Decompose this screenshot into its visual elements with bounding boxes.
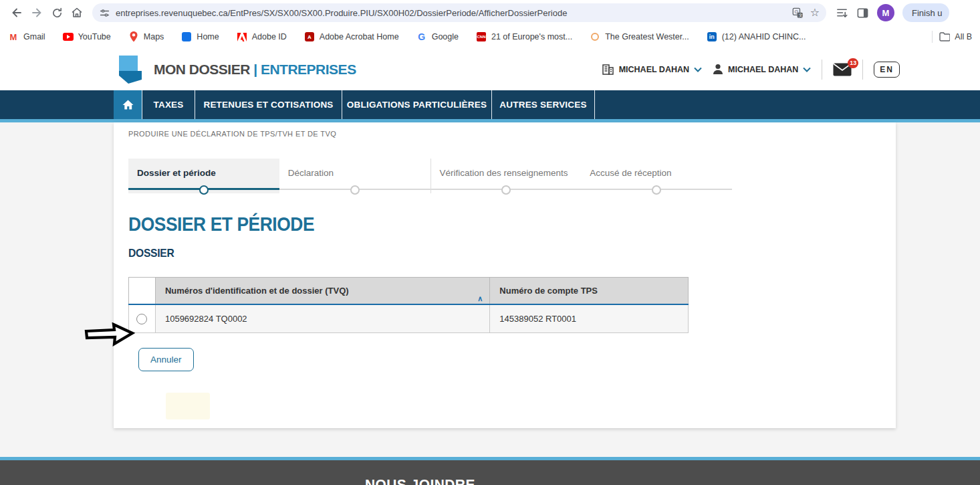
step-verification: Vérification des renseignements: [431, 159, 582, 193]
stepper: Dossier et période Déclaration Vérificat…: [128, 159, 732, 193]
adobe-logo-icon: [237, 31, 247, 42]
cnn-icon: CNN: [476, 31, 487, 42]
step-dossier-et-periode[interactable]: Dossier et période: [128, 159, 279, 193]
forward-icon[interactable]: [27, 3, 47, 23]
select-column-header: [129, 278, 156, 304]
bookmark-google[interactable]: GGoogle: [416, 31, 459, 42]
home-icon[interactable]: [67, 3, 87, 23]
step-accuse-reception: Accusé de réception: [581, 159, 732, 193]
bookmark-youtube[interactable]: YouTube: [63, 31, 111, 42]
main-navigation: TAXES RETENUES ET COTISATIONS OBLIGATION…: [0, 90, 980, 119]
folder-icon: [939, 31, 950, 42]
adobe-home-icon: [181, 31, 192, 42]
user-menu[interactable]: MICHAEL DAHAN: [713, 64, 811, 75]
chevron-down-icon: [694, 67, 702, 72]
profile-avatar[interactable]: M: [877, 4, 894, 21]
chevron-down-icon: [803, 67, 811, 72]
side-panel-icon[interactable]: [856, 7, 869, 19]
content-card: PRODUIRE UNE DÉCLARATION DE TPS/TVH ET D…: [114, 122, 896, 428]
acrobat-icon: A: [304, 31, 315, 42]
nav-item-retenues[interactable]: RETENUES ET COTISATIONS: [195, 90, 342, 119]
nav-item-autres-services[interactable]: AUTRES SERVICES: [491, 90, 595, 119]
bookmark-europe-article[interactable]: CNN21 of Europe's most...: [476, 31, 572, 42]
cell-tvq: 1059692824 TQ0002: [155, 304, 489, 333]
bookmark-linkedin[interactable]: in(12) ANAHID CHINC...: [707, 31, 806, 42]
sort-ascending-icon[interactable]: ∧: [477, 294, 483, 303]
bookmarks-divider: [932, 31, 933, 43]
step-circle: [652, 185, 661, 195]
nav-home-tab[interactable]: [114, 90, 142, 119]
url-text[interactable]: entreprises.revenuquebec.ca/EntPres/SX/S…: [116, 8, 787, 18]
site-logo[interactable]: MON DOSSIER | ENTREPRISES: [114, 56, 356, 84]
footer: NOUS JOINDRE: [0, 460, 980, 485]
footer-title: NOUS JOINDRE: [365, 476, 475, 485]
process-title: PRODUIRE UNE DÉCLARATION DE TPS/TVH ET D…: [128, 122, 896, 138]
table-row: 1059692824 TQ0002 145389052 RT0001: [129, 304, 689, 333]
bookmark-greatest-western[interactable]: The Greatest Wester...: [590, 31, 689, 42]
browser-update-button[interactable]: Finish u: [902, 3, 949, 22]
nav-item-taxes[interactable]: TAXES: [142, 90, 195, 119]
dossier-table: Numéros d'identification et de dossier (…: [128, 277, 689, 333]
browser-toolbar: entreprises.revenuquebec.ca/EntPres/SX/S…: [0, 0, 980, 25]
logo-mark-icon: [114, 56, 144, 84]
google-g-icon: G: [416, 31, 427, 42]
header-divider: [822, 60, 822, 80]
cell-tps: 145389052 RT0001: [490, 304, 689, 333]
person-icon: [713, 64, 723, 75]
step-circle: [501, 185, 511, 195]
header-divider: [862, 60, 863, 80]
bookmarks-bar: MGmail YouTube Maps Home Adobe ID AAdobe…: [0, 25, 980, 48]
address-bar[interactable]: entreprises.revenuquebec.ca/EntPres/SX/S…: [92, 3, 826, 22]
translate-icon[interactable]: G文: [792, 7, 804, 19]
youtube-icon: [63, 31, 74, 42]
step-circle: [350, 185, 360, 195]
logo-text: MON DOSSIER | ENTREPRISES: [154, 62, 356, 78]
maps-pin-icon: [128, 31, 139, 42]
section-title: DOSSIER: [128, 247, 834, 260]
cancel-button[interactable]: Annuler: [138, 348, 194, 371]
column-header-tvq[interactable]: Numéros d'identification et de dossier (…: [155, 278, 489, 304]
ring-icon: [590, 31, 600, 42]
faded-watermark: [166, 393, 210, 419]
back-icon[interactable]: [7, 3, 27, 23]
all-bookmarks-button[interactable]: All B: [939, 31, 972, 42]
bookmark-gmail[interactable]: MGmail: [8, 31, 45, 42]
step-circle: [199, 185, 209, 195]
annotation-arrow-icon: [84, 322, 135, 347]
gmail-icon: M: [8, 31, 19, 42]
page-title: DOSSIER ET PÉRIODE: [128, 213, 804, 235]
site-settings-icon[interactable]: [99, 7, 110, 19]
bookmark-star-icon[interactable]: ☆: [810, 7, 820, 18]
messages-button[interactable]: 13: [833, 63, 852, 76]
company-menu[interactable]: MICHAEL DAHAN: [602, 64, 702, 75]
svg-text:文: 文: [798, 13, 802, 17]
column-header-tps[interactable]: Numéro de compte TPS: [490, 278, 689, 304]
bookmark-maps[interactable]: Maps: [128, 31, 164, 42]
bookmark-adobe-id[interactable]: Adobe ID: [237, 31, 287, 42]
home-icon: [122, 100, 134, 110]
page-background: PRODUIRE UNE DÉCLARATION DE TPS/TVH ET D…: [0, 122, 980, 457]
unread-count-badge: 13: [848, 58, 858, 68]
bookmark-home[interactable]: Home: [181, 31, 219, 42]
linkedin-icon: in: [707, 31, 717, 42]
bookmark-acrobat[interactable]: AAdobe Acrobat Home: [304, 31, 399, 42]
reading-list-icon[interactable]: [836, 7, 848, 19]
radio-button[interactable]: [136, 314, 147, 324]
building-icon: [602, 64, 614, 75]
reload-icon[interactable]: [47, 3, 67, 23]
table-header-row: Numéros d'identification et de dossier (…: [129, 278, 689, 304]
nav-item-obligations[interactable]: OBLIGATIONS PARTICULIÈRES: [342, 90, 491, 119]
step-declaration: Déclaration: [279, 159, 431, 193]
site-header: MON DOSSIER | ENTREPRISES MICHAEL DAHAN …: [0, 48, 980, 90]
language-toggle-button[interactable]: EN: [874, 62, 900, 78]
